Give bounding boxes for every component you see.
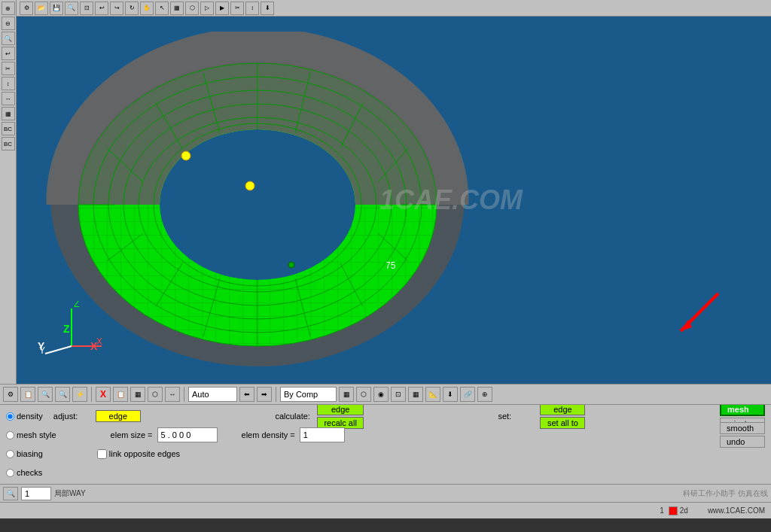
toolbar-btn-6[interactable]: ↕ xyxy=(2,77,15,90)
svg-point-16 xyxy=(288,262,294,268)
by-comp-dropdown[interactable]: By Comp xyxy=(280,387,337,402)
toolbar-icon-h[interactable]: ⬡ xyxy=(356,387,371,402)
toolbar-icon-redo[interactable]: ↪ xyxy=(110,2,123,15)
toolbar-icon-a[interactable]: 📋 xyxy=(113,387,128,402)
status-input[interactable] xyxy=(21,487,51,500)
toolbar-btn-10[interactable]: BC xyxy=(2,137,15,150)
separator-2 xyxy=(184,387,184,402)
toolbar-bottom-icon-4[interactable]: 🔍 xyxy=(55,387,70,402)
smooth-btn[interactable]: smooth xyxy=(720,422,765,434)
elem-size-input[interactable] xyxy=(157,427,218,442)
axis-svg: Z Y X xyxy=(38,301,105,361)
calculate-edge-btn[interactable]: edge xyxy=(317,403,363,415)
toolbar-icon-scale[interactable]: ⬇ xyxy=(261,2,274,15)
toolbar-icon-d[interactable]: ↔ xyxy=(165,387,180,402)
adjust-edge-btn[interactable]: edge xyxy=(96,410,141,422)
toolbar-icon-b[interactable]: ▦ xyxy=(130,387,145,402)
radio-checks[interactable]: checks xyxy=(6,468,42,477)
set-edge-btn[interactable]: edge xyxy=(540,403,585,415)
page-number: 1 xyxy=(660,506,664,515)
mode-label: 2d xyxy=(680,506,688,515)
status-icon: 🔍 xyxy=(3,487,18,500)
radio-checks-label: checks xyxy=(17,468,42,477)
link-opposite-label: link opposite edges xyxy=(109,449,180,458)
control-panel: density adjust: edge calculate: edge rec… xyxy=(0,405,771,484)
radio-meshstyle-label: mesh style xyxy=(17,430,56,439)
toolbar-icon-pan[interactable]: ✋ xyxy=(140,2,154,15)
toolbar-bottom-icon-1[interactable]: ⚙ xyxy=(3,387,18,402)
link-opposite-edges[interactable]: link opposite edges xyxy=(97,449,180,459)
set-label: set: xyxy=(498,412,535,421)
toolbar-btn-2[interactable]: ⊖ xyxy=(2,17,15,30)
toolbar-icon-edge[interactable]: ⬡ xyxy=(185,2,199,15)
toolbar-icon-open[interactable]: 📂 xyxy=(35,2,48,15)
toolbar-icon-face[interactable]: ▷ xyxy=(200,2,214,15)
toolbar-icon-zoom[interactable]: 🔍 xyxy=(65,2,78,15)
control-row-4: checks xyxy=(6,464,765,481)
svg-text:Y: Y xyxy=(39,345,45,356)
svg-text:X: X xyxy=(96,336,102,347)
bottom-toolbar: ⚙ 📋 🔍 🔍 ⚡ X 📋 ▦ ⬡ ↔ Auto ⬅ ➡ By Comp ▦ ⬡… xyxy=(0,384,771,405)
toolbar-icon-g[interactable]: ▦ xyxy=(339,387,354,402)
toolbar-icon-m[interactable]: ⬇ xyxy=(443,387,458,402)
toolbar-icon-n[interactable]: 🔗 xyxy=(460,387,475,402)
auto-dropdown[interactable]: Auto xyxy=(188,387,237,402)
toolbar-icon-i[interactable]: ◉ xyxy=(373,387,389,402)
toolbar-icon-c[interactable]: ⬡ xyxy=(148,387,163,402)
toolbar-icon-e[interactable]: ⬅ xyxy=(239,387,254,402)
separator-3 xyxy=(276,387,276,402)
radio-checks-input[interactable] xyxy=(6,469,14,477)
toolbar-btn-1[interactable]: ⊕ xyxy=(2,2,15,15)
radio-biasing[interactable]: biasing xyxy=(6,449,43,458)
toolbar-icon-k[interactable]: ▦ xyxy=(408,387,423,402)
toolbar-icon-j[interactable]: ⊡ xyxy=(391,387,406,402)
toolbar-icon-o[interactable]: ⊕ xyxy=(477,387,492,402)
toolbar-icon-select[interactable]: ↖ xyxy=(155,2,169,15)
info-bar: 1 2d www.1CAE.COM xyxy=(0,502,771,518)
toolbar-btn-4[interactable]: ↩ xyxy=(2,47,15,60)
calculate-label: calculate: xyxy=(275,412,312,421)
toolbar-icon-f[interactable]: ➡ xyxy=(257,387,272,402)
toolbar-icon-undo[interactable]: ↩ xyxy=(95,2,108,15)
toolbar-icon-settings[interactable]: ⚙ xyxy=(20,2,33,15)
website-label: www.1CAE.COM xyxy=(708,506,765,515)
toolbar-icon-move[interactable]: ↕ xyxy=(245,2,259,15)
scene: 75 xyxy=(17,17,771,384)
toolbar-icon-solid[interactable]: ▶ xyxy=(215,2,229,15)
toolbar-icon-save[interactable]: 💾 xyxy=(50,2,63,15)
toolbar-icon-zoom-fit[interactable]: ⊡ xyxy=(80,2,93,15)
toolbar-btn-9[interactable]: BC xyxy=(2,122,15,135)
radio-meshstyle[interactable]: mesh style xyxy=(6,430,56,439)
status-watermark: 科研工作小助手 仿真在线 xyxy=(683,488,768,499)
toolbar-btn-8[interactable]: ▦ xyxy=(2,107,15,120)
toolbar-bottom-icon-3[interactable]: 🔍 xyxy=(38,387,53,402)
radio-meshstyle-input[interactable] xyxy=(6,431,14,439)
separator-1 xyxy=(91,387,92,402)
radio-biasing-input[interactable] xyxy=(6,450,14,458)
red-arrow xyxy=(666,286,726,346)
toolbar-btn-3[interactable]: 🔍 xyxy=(2,32,15,45)
toolbar-icon-mesh[interactable]: ▦ xyxy=(170,2,184,15)
toolbar-bottom-icon-2[interactable]: 📋 xyxy=(20,387,35,402)
radio-density[interactable]: density xyxy=(6,412,43,421)
status-text: 局部WAY xyxy=(54,488,86,499)
control-row-3: biasing link opposite edges xyxy=(6,445,765,462)
radio-group: density xyxy=(6,412,43,421)
top-toolbar: ⚙ 📂 💾 🔍 ⊡ ↩ ↪ ↻ ✋ ↖ ▦ ⬡ ▷ ▶ ✂ ↕ ⬇ xyxy=(17,0,771,17)
elem-density-input[interactable] xyxy=(300,427,345,442)
svg-line-41 xyxy=(45,346,72,354)
link-opposite-checkbox[interactable] xyxy=(97,449,107,459)
toolbar-btn-5[interactable]: ✂ xyxy=(2,62,15,75)
toolbar-btn-7[interactable]: ↔ xyxy=(2,92,15,105)
radio-density-input[interactable] xyxy=(6,412,14,421)
toolbar-icon-l[interactable]: 📐 xyxy=(425,387,440,402)
toolbar-bottom-icon-5[interactable]: ⚡ xyxy=(72,387,87,402)
toolbar-x-btn[interactable]: X xyxy=(96,387,111,402)
svg-point-14 xyxy=(181,151,190,160)
mode-color-indicator xyxy=(669,506,678,515)
left-toolbar: ⊕ ⊖ 🔍 ↩ ✂ ↕ ↔ ▦ BC BC xyxy=(0,0,17,384)
toolbar-icon-cut[interactable]: ✂ xyxy=(230,2,244,15)
elem-density-label: elem density = xyxy=(242,430,295,439)
radio-biasing-label: biasing xyxy=(17,449,43,458)
toolbar-icon-rotate[interactable]: ↻ xyxy=(125,2,139,15)
